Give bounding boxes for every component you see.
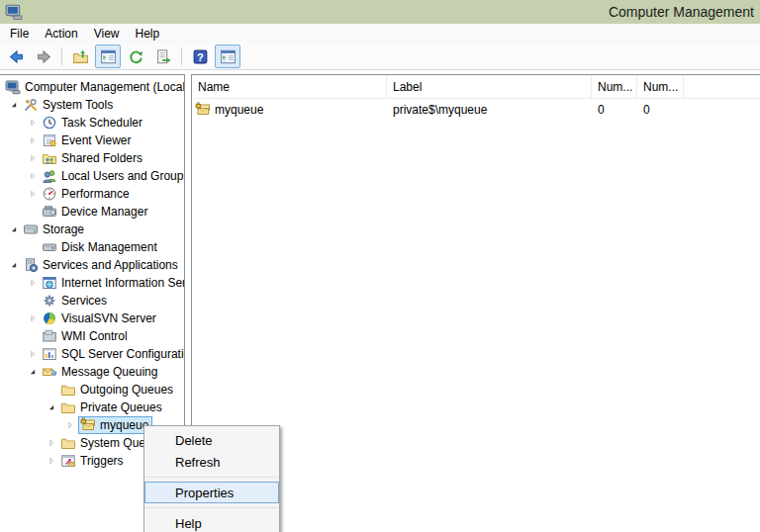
- collapse-arrow[interactable]: [24, 278, 42, 288]
- collapse-arrow[interactable]: [24, 349, 42, 359]
- tree-item-label: Computer Management (Local: [25, 80, 185, 94]
- tree-item-local-users-and-groups[interactable]: Local Users and Groups: [0, 167, 184, 185]
- tree-item-performance[interactable]: Performance: [0, 185, 184, 203]
- back-arrow-icon: [8, 48, 25, 65]
- performance-gauge-icon: [42, 186, 57, 202]
- device-manager-icon: [42, 204, 57, 220]
- cell-label: private$\myqueue: [387, 103, 592, 117]
- tree-item-device-manager[interactable]: Device Manager: [0, 203, 184, 221]
- tree-item-disk-management[interactable]: Disk Management: [0, 238, 184, 256]
- tree-item-label: Internet Information Ser: [61, 276, 185, 290]
- triggers-icon: [60, 453, 76, 469]
- tree-item-event-viewer[interactable]: Event Viewer: [0, 132, 184, 149]
- tree-item-label: Private Queues: [80, 400, 162, 414]
- shared-folders-icon: [42, 150, 57, 166]
- cell-name-text: myqueue: [215, 103, 263, 117]
- wmi-icon: [42, 328, 57, 344]
- tree-item-label: Event Viewer: [61, 133, 131, 147]
- tree-item-system-tools[interactable]: System Tools: [0, 96, 184, 114]
- collapse-arrow[interactable]: [24, 135, 42, 145]
- context-menu-item-properties[interactable]: Properties: [144, 482, 279, 503]
- disk-icon: [42, 239, 57, 255]
- table-row-myqueue[interactable]: myqueue private$\myqueue 0 0: [192, 99, 760, 121]
- tree-item-internet-information-services[interactable]: Internet Information Ser: [0, 274, 184, 292]
- menu-file[interactable]: File: [2, 25, 37, 43]
- expand-arrow[interactable]: [5, 100, 23, 110]
- expand-arrow[interactable]: [5, 260, 23, 270]
- show-action-pane-button[interactable]: [215, 44, 240, 68]
- back-button[interactable]: [3, 44, 29, 68]
- expand-arrow[interactable]: [43, 402, 60, 412]
- collapse-arrow[interactable]: [24, 118, 42, 128]
- tree-item-label: Outgoing Queues: [80, 383, 173, 397]
- collapse-arrow[interactable]: [24, 171, 42, 181]
- tree-item-label: Message Queuing: [61, 365, 157, 379]
- expand-arrow[interactable]: [5, 224, 23, 234]
- collapse-arrow[interactable]: [24, 313, 42, 323]
- selected-item-highlight[interactable]: myqueue: [78, 416, 152, 434]
- computer-icon: [5, 79, 21, 95]
- export-list-button[interactable]: [150, 44, 176, 68]
- toolbar-separator: [61, 47, 62, 65]
- help-button[interactable]: [187, 44, 213, 68]
- refresh-button[interactable]: [123, 44, 148, 68]
- menu-action[interactable]: Action: [37, 25, 85, 43]
- toolbar: [0, 44, 760, 70]
- context-menu-item-help[interactable]: Help: [144, 512, 279, 532]
- clock-icon: [42, 115, 57, 131]
- tree-item-sql-server-configuration[interactable]: SQL Server Configuratio: [0, 345, 184, 363]
- tree-item-label: System Tools: [43, 98, 113, 112]
- column-header-name[interactable]: Name: [192, 75, 387, 98]
- menu-view[interactable]: View: [86, 25, 128, 43]
- computer-management-icon: [5, 3, 23, 21]
- collapse-arrow[interactable]: [61, 420, 79, 430]
- folder-up-icon: [72, 48, 89, 65]
- expand-arrow[interactable]: [24, 367, 42, 377]
- tree-item-outgoing-queues[interactable]: Outgoing Queues: [0, 381, 184, 399]
- up-one-level-button[interactable]: [67, 44, 93, 68]
- column-header-num2[interactable]: Num...: [637, 75, 684, 98]
- tree-item-label: Performance: [61, 187, 130, 201]
- tree-item-storage[interactable]: Storage: [0, 221, 184, 238]
- collapse-arrow[interactable]: [43, 456, 60, 466]
- tree-item-message-queuing[interactable]: Message Queuing: [0, 363, 184, 381]
- console-tree-icon: [100, 48, 117, 65]
- collapse-arrow[interactable]: [43, 438, 60, 448]
- collapse-arrow[interactable]: [24, 189, 42, 199]
- sql-config-icon: [42, 346, 57, 362]
- tree-item-services[interactable]: Services: [0, 292, 184, 310]
- column-header-label[interactable]: Label: [387, 75, 592, 98]
- context-menu-item-refresh[interactable]: Refresh: [144, 451, 279, 473]
- tree-item-label: Storage: [43, 222, 84, 236]
- column-header-num1[interactable]: Num...: [592, 75, 637, 98]
- iis-icon: [42, 275, 57, 291]
- menu-help[interactable]: Help: [128, 25, 168, 43]
- tree-item-services-and-applications[interactable]: Services and Applications: [0, 256, 184, 274]
- tools-icon: [23, 97, 39, 113]
- tree-item-label: Shared Folders: [61, 151, 142, 165]
- context-menu-item-delete[interactable]: Delete: [144, 429, 279, 451]
- context-menu-separator: [145, 507, 278, 508]
- show-console-tree-button[interactable]: [95, 44, 121, 68]
- gear-icon: [42, 293, 57, 309]
- tree-item-label: SQL Server Configuratio: [61, 347, 185, 361]
- collapse-arrow[interactable]: [24, 153, 42, 163]
- content-area: Computer Management (Local System Tools …: [0, 70, 760, 532]
- tree-item-wmi-control[interactable]: WMI Control: [0, 327, 184, 345]
- tree-item-private-queues[interactable]: Private Queues: [0, 399, 184, 416]
- tree-item-visualsvn-server[interactable]: VisualSVN Server: [0, 310, 184, 327]
- event-viewer-icon: [42, 133, 57, 148]
- tree-item-label: VisualSVN Server: [61, 311, 156, 325]
- server-gear-icon: [23, 257, 39, 273]
- title-bar: Computer Management: [0, 0, 760, 24]
- tree-item-computer-management[interactable]: Computer Management (Local: [0, 78, 184, 96]
- tree-item-label: Task Scheduler: [61, 116, 142, 130]
- export-list-icon: [155, 48, 172, 65]
- queue-lock-icon: [80, 417, 96, 433]
- storage-drive-icon: [23, 222, 39, 237]
- tree-item-task-scheduler[interactable]: Task Scheduler: [0, 114, 184, 132]
- window-title: Computer Management: [609, 4, 757, 20]
- forward-button[interactable]: [31, 44, 56, 68]
- tree-item-shared-folders[interactable]: Shared Folders: [0, 149, 184, 167]
- folder-icon: [60, 399, 76, 415]
